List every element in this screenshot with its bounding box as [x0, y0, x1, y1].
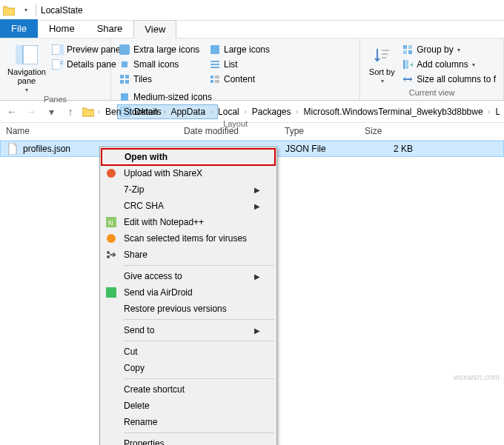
breadcrumb-item[interactable]: Microsoft.WindowsTerminal_8wekyb3d8bbwe	[302, 105, 484, 118]
layout-extra-large[interactable]: Extra large icons	[117, 42, 205, 57]
svg-rect-22	[210, 80, 213, 83]
ctx-create-shortcut[interactable]: Create shortcut	[102, 381, 275, 398]
ctx-crc-sha[interactable]: CRC SHA ▶	[102, 198, 275, 214]
tab-home[interactable]: Home	[38, 19, 86, 38]
notepadpp-icon: N	[105, 215, 118, 229]
separator	[124, 341, 274, 341]
chevron-down-icon: ▾	[457, 47, 460, 53]
blank-icon	[105, 302, 118, 315]
chevron-down-icon: ▾	[381, 78, 384, 84]
layout-large[interactable]: Large icons	[208, 42, 282, 57]
ctx-properties[interactable]: Properties	[102, 435, 275, 445]
ctx-share[interactable]: Share	[102, 247, 275, 263]
chevron-right-icon[interactable]: ›	[242, 108, 249, 116]
chevron-right-icon[interactable]: ›	[208, 108, 215, 116]
ctx-delete[interactable]: Delete	[102, 398, 275, 414]
qat-dropdown-icon[interactable]: ▾	[19, 4, 31, 16]
breadcrumb-item[interactable]: Packages	[251, 105, 293, 118]
breadcrumb-item[interactable]: Local	[216, 105, 241, 118]
back-button[interactable]: ←	[4, 104, 19, 119]
blank-icon	[105, 324, 118, 337]
svg-rect-11	[120, 75, 124, 78]
size-columns-button[interactable]: Size all columns to f	[400, 72, 497, 87]
sort-by-label: Sort by	[369, 67, 395, 76]
ribbon: Navigation pane ▾ Preview pane Details p…	[0, 39, 504, 101]
svg-rect-14	[125, 80, 129, 84]
col-date[interactable]: Date modified	[178, 123, 279, 140]
tiles-icon	[119, 73, 130, 85]
navigation-pane-icon	[15, 44, 39, 66]
content-icon	[209, 73, 221, 85]
svg-rect-48	[106, 287, 116, 298]
ctx-cut[interactable]: Cut	[102, 344, 275, 360]
preview-pane-icon	[52, 44, 64, 56]
chevron-down-icon: ▾	[472, 61, 475, 68]
column-headers: Name Date modified Type Size	[0, 123, 504, 141]
breadcrumb-item[interactable]: Ben Stockton	[104, 105, 159, 118]
layout-small[interactable]: Small icons	[117, 57, 205, 72]
svg-rect-15	[210, 45, 219, 54]
details-pane-icon	[52, 58, 64, 70]
chevron-right-icon[interactable]: ›	[161, 108, 168, 116]
small-icons-icon	[119, 58, 130, 70]
size-columns-icon	[402, 73, 414, 85]
breadcrumb-item[interactable]: AppData	[169, 105, 207, 118]
col-name[interactable]: Name	[0, 123, 178, 140]
sort-by-button[interactable]: Sort by ▾	[366, 42, 397, 88]
svg-rect-4	[59, 44, 64, 55]
add-columns-button[interactable]: +Add columns▾	[400, 57, 497, 72]
breadcrumb-item[interactable]: LocalState	[494, 105, 500, 118]
tab-view[interactable]: View	[133, 20, 176, 39]
navigation-pane-button[interactable]: Navigation pane ▾	[6, 42, 47, 95]
ctx-restore-previous[interactable]: Restore previous versions	[102, 301, 275, 317]
separator	[124, 319, 274, 320]
ctx-open-with[interactable]: Open with	[101, 148, 276, 166]
group-by-icon	[402, 44, 414, 56]
extra-large-icons-icon	[119, 44, 130, 56]
up-button[interactable]: ↑	[63, 104, 78, 119]
window-title: LocalState	[41, 5, 83, 16]
share-icon	[105, 248, 118, 261]
file-size: 2 KB	[359, 142, 419, 155]
antivirus-icon	[105, 232, 118, 245]
svg-rect-1	[16, 45, 23, 64]
layout-content[interactable]: Content	[208, 72, 282, 87]
add-columns-icon: +	[402, 58, 414, 70]
ctx-send-to[interactable]: Send to ▶	[102, 322, 275, 338]
breadcrumb[interactable]: › Ben Stockton› AppData› Local› Packages…	[82, 105, 500, 118]
ctx-rename[interactable]: Rename	[102, 414, 275, 430]
layout-medium[interactable]: Medium-sized icons	[117, 90, 218, 104]
ctx-upload-sharex[interactable]: Upload with ShareX	[102, 165, 275, 181]
group-by-button[interactable]: Group by▾	[400, 42, 497, 57]
ctx-7zip[interactable]: 7-Zip ▶	[102, 181, 275, 198]
ctx-send-airdroid[interactable]: Send via AirDroid	[102, 284, 275, 301]
ctx-edit-notepadpp[interactable]: N Edit with Notepad++	[102, 214, 275, 230]
blank-icon	[105, 199, 118, 213]
svg-rect-19	[210, 76, 213, 78]
ctx-scan-viruses[interactable]: Scan selected items for viruses	[102, 230, 275, 247]
ctx-copy[interactable]: Copy	[102, 360, 275, 376]
blank-icon	[105, 345, 118, 358]
col-size[interactable]: Size	[359, 123, 418, 140]
svg-rect-6	[59, 59, 64, 70]
blank-icon	[105, 399, 118, 412]
tab-file[interactable]: File	[0, 19, 38, 38]
watermark: wsxwsn.com	[454, 372, 500, 381]
submenu-arrow-icon: ▶	[254, 186, 260, 194]
forward-button[interactable]: →	[24, 104, 39, 119]
chevron-right-icon[interactable]: ›	[486, 108, 493, 116]
ribbon-group-current-view: Sort by ▾ Group by▾ +Add columns▾ Size a…	[360, 39, 504, 100]
svg-point-46	[107, 255, 110, 258]
blank-icon	[105, 183, 118, 196]
file-type: JSON File	[279, 142, 359, 155]
ctx-give-access[interactable]: Give access to ▶	[102, 268, 275, 284]
tab-share[interactable]: Share	[86, 19, 134, 38]
col-type[interactable]: Type	[279, 123, 359, 140]
chevron-right-icon[interactable]: ›	[96, 108, 102, 116]
svg-rect-13	[120, 80, 124, 84]
history-dropdown[interactable]: ▾	[44, 104, 59, 119]
layout-list[interactable]: List	[208, 57, 282, 72]
layout-tiles[interactable]: Tiles	[117, 72, 205, 87]
chevron-right-icon[interactable]: ›	[294, 108, 300, 116]
folder-icon	[3, 4, 15, 16]
